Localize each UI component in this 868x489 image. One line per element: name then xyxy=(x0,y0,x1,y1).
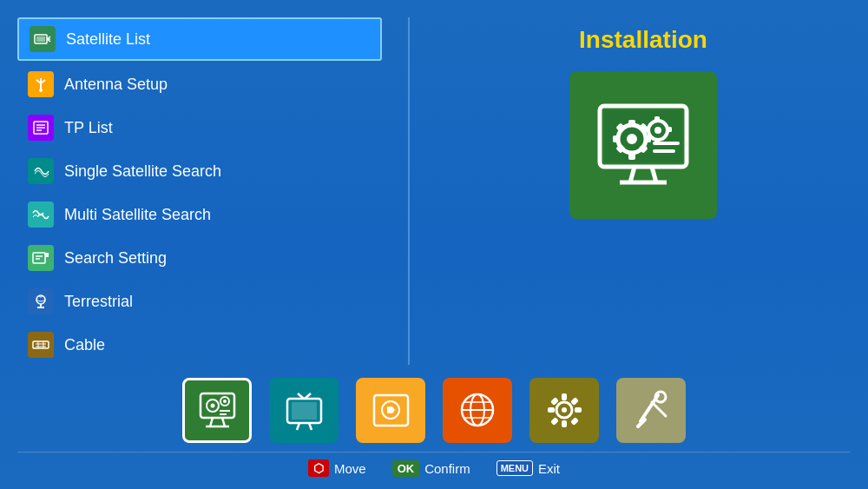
svg-point-31 xyxy=(627,134,637,144)
menu-item-antenna-setup[interactable]: Antenna Setup xyxy=(17,64,382,104)
menu-item-multi-satellite-search[interactable]: Multi Satellite Search xyxy=(17,195,382,235)
section-title: Installation xyxy=(579,26,707,54)
menu-item-terrestrial[interactable]: Terrestrial xyxy=(17,281,382,321)
svg-rect-34 xyxy=(613,135,620,142)
tp-list-icon xyxy=(28,115,54,141)
svg-rect-13 xyxy=(33,253,45,263)
ok-badge: OK xyxy=(392,460,420,477)
bottom-btn-tools[interactable] xyxy=(616,378,686,443)
svg-rect-42 xyxy=(654,116,660,122)
bottom-btn-installation[interactable] xyxy=(182,378,252,443)
svg-point-74 xyxy=(562,407,567,413)
bottom-icons-row xyxy=(17,365,851,452)
svg-point-8 xyxy=(39,89,43,92)
menu-label-search-setting: Search Setting xyxy=(64,249,167,268)
multi-satellite-search-icon xyxy=(28,202,54,228)
footer-exit: MENU Exit xyxy=(496,460,560,476)
move-badge: ⬡ xyxy=(308,459,329,477)
menu-item-satellite-list[interactable]: Satellite List xyxy=(17,17,382,61)
menu-label-single-satellite-search: Single Satellite Search xyxy=(64,162,221,181)
satellite-list-icon xyxy=(30,26,56,52)
main-container: Satellite List Antenna Setup xyxy=(0,0,868,489)
footer-bar: ⬡ Move OK Confirm MENU Exit xyxy=(17,452,851,481)
terrestrial-icon xyxy=(28,288,54,314)
svg-rect-75 xyxy=(562,393,567,400)
svg-rect-48 xyxy=(201,393,234,418)
confirm-label: Confirm xyxy=(424,461,470,476)
svg-line-49 xyxy=(210,418,213,426)
footer-confirm: OK Confirm xyxy=(392,460,470,477)
svg-rect-1 xyxy=(36,36,45,42)
svg-line-27 xyxy=(630,167,635,182)
vertical-divider xyxy=(408,17,410,365)
svg-rect-33 xyxy=(628,153,635,160)
menu-item-tp-list[interactable]: TP List xyxy=(17,108,382,148)
menu-label-cable: Cable xyxy=(64,336,105,354)
menu-panel: Satellite List Antenna Setup xyxy=(17,17,382,365)
svg-rect-80 xyxy=(570,397,579,406)
svg-rect-20 xyxy=(33,341,49,348)
svg-line-86 xyxy=(652,402,666,416)
svg-rect-44 xyxy=(644,127,649,132)
svg-rect-63 xyxy=(292,402,317,420)
bottom-btn-internet[interactable] xyxy=(443,378,512,443)
svg-rect-32 xyxy=(628,120,635,127)
menu-item-search-setting[interactable]: Search Setting xyxy=(17,238,382,278)
exit-label: Exit xyxy=(538,461,560,476)
menu-label-terrestrial: Terrestrial xyxy=(64,293,133,311)
svg-rect-76 xyxy=(562,420,567,427)
svg-rect-82 xyxy=(570,417,579,426)
move-label: Move xyxy=(334,461,366,476)
svg-rect-14 xyxy=(45,253,49,257)
svg-rect-45 xyxy=(667,127,672,132)
svg-rect-78 xyxy=(575,407,582,413)
svg-rect-81 xyxy=(550,417,559,426)
bottom-btn-media[interactable] xyxy=(356,378,425,443)
menu-item-single-satellite-search[interactable]: Single Satellite Search xyxy=(17,151,382,191)
menu-label-antenna-setup: Antenna Setup xyxy=(64,76,168,94)
bottom-btn-settings[interactable] xyxy=(529,378,599,443)
svg-point-41 xyxy=(654,127,661,134)
feature-icon-box xyxy=(569,71,717,219)
svg-point-55 xyxy=(223,400,227,403)
svg-line-50 xyxy=(222,418,225,426)
single-satellite-search-icon xyxy=(28,158,54,184)
search-setting-icon xyxy=(28,245,54,271)
menu-badge: MENU xyxy=(496,460,533,476)
menu-label-tp-list: TP List xyxy=(64,119,113,137)
cable-icon xyxy=(28,332,54,358)
menu-item-cable[interactable]: Cable xyxy=(17,325,382,365)
svg-line-28 xyxy=(652,167,656,182)
top-section: Satellite List Antenna Setup xyxy=(17,17,851,365)
menu-label-satellite-list: Satellite List xyxy=(66,30,150,49)
svg-rect-77 xyxy=(548,407,555,413)
svg-point-53 xyxy=(210,404,214,408)
antenna-setup-icon xyxy=(28,71,54,97)
right-panel: Installation xyxy=(436,17,851,365)
footer-move: ⬡ Move xyxy=(308,459,366,477)
menu-label-multi-satellite-search: Multi Satellite Search xyxy=(64,206,211,224)
bottom-btn-tv[interactable] xyxy=(269,378,339,443)
